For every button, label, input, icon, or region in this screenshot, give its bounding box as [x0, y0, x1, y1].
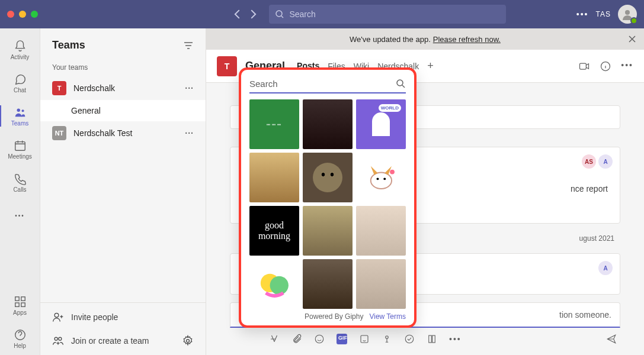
gif-search[interactable] [249, 78, 406, 93]
send-icon[interactable] [606, 334, 617, 344]
channel-avatar: T [217, 56, 237, 76]
more-menu[interactable]: ••• [576, 9, 589, 19]
team-more[interactable]: ··· [185, 83, 194, 93]
user-avatar[interactable] [618, 5, 637, 24]
team-row-nerdschalk[interactable]: T Nerdschalk ··· [40, 76, 206, 100]
gif-tile[interactable] [356, 206, 406, 256]
join-team-icon [52, 335, 64, 347]
gif-tile[interactable] [356, 153, 406, 202]
add-tab[interactable]: + [427, 60, 434, 72]
rail-meetings[interactable]: Meetings [0, 133, 40, 166]
team-avatar: NT [52, 126, 66, 140]
svg-point-27 [270, 276, 288, 294]
gif-button[interactable]: GIF [337, 334, 347, 344]
gif-picker: ┉┉┉ WORLD good morning Powered By Giphy … [239, 67, 416, 328]
format-icon[interactable] [269, 334, 280, 344]
gif-tile[interactable] [303, 99, 353, 149]
gif-tile[interactable] [249, 153, 299, 202]
channel-more[interactable]: ••• [621, 60, 633, 72]
join-create-team[interactable]: Join or create a team [40, 329, 206, 353]
update-banner: We've updated the app. Please refresh no… [206, 28, 644, 50]
svg-point-0 [276, 11, 282, 17]
gif-tile[interactable] [356, 259, 406, 309]
rail-more[interactable]: ••• [0, 199, 40, 232]
team-name: Nerdschalk Test [73, 128, 178, 138]
team-row-nerdschalk-test[interactable]: NT Nerdschalk Test ··· [40, 121, 206, 145]
svg-point-3 [21, 109, 24, 112]
emoji-icon[interactable] [314, 334, 325, 344]
gif-footer: Powered By Giphy View Terms [249, 312, 406, 321]
meet-icon[interactable] [578, 60, 590, 72]
gif-tile[interactable] [303, 206, 353, 256]
approvals-icon[interactable] [404, 334, 415, 344]
rail-help[interactable]: Help [0, 322, 40, 355]
view-terms-link[interactable]: View Terms [369, 312, 406, 321]
svg-point-25 [383, 178, 386, 180]
compose-more[interactable]: ••• [449, 334, 462, 344]
svg-rect-21 [432, 335, 435, 343]
invite-icon [52, 311, 64, 323]
message-text: nce report [571, 184, 608, 193]
powered-by: Powered By Giphy [305, 312, 363, 321]
search-icon [275, 9, 284, 19]
channel-general[interactable]: General [40, 100, 206, 121]
stream-icon[interactable] [427, 334, 437, 344]
compose-toolbar: GIF ••• [230, 328, 620, 344]
svg-point-12 [59, 337, 62, 340]
minimize-window[interactable] [19, 11, 26, 18]
svg-point-23 [370, 172, 391, 188]
rail-activity[interactable]: Activity [0, 33, 40, 66]
forward-button[interactable] [246, 8, 259, 21]
invite-people[interactable]: Invite people [40, 305, 206, 329]
presence-indicator [630, 17, 637, 24]
gif-tile[interactable] [303, 259, 353, 309]
back-button[interactable] [231, 8, 244, 21]
reaction-avatar: A [598, 261, 613, 275]
refresh-link[interactable]: Please refresh now. [433, 35, 501, 44]
rail-teams[interactable]: Teams [0, 99, 40, 133]
gif-tile[interactable]: WORLD [356, 99, 406, 149]
svg-point-19 [405, 335, 414, 343]
history-nav [231, 8, 259, 21]
team-avatar: T [52, 81, 66, 95]
search-input[interactable] [289, 9, 500, 19]
svg-rect-8 [21, 302, 24, 306]
svg-point-1 [625, 10, 630, 15]
close-icon[interactable] [627, 34, 637, 44]
rail-apps[interactable]: Apps [0, 289, 40, 322]
gear-icon[interactable] [182, 335, 194, 347]
rail-calls[interactable]: Calls [0, 166, 40, 199]
sidebar-title: Teams [52, 39, 85, 51]
team-more[interactable]: ··· [185, 128, 194, 138]
svg-rect-7 [15, 302, 18, 306]
gif-tile[interactable]: ┉┉┉ [249, 99, 299, 149]
svg-point-13 [187, 340, 190, 343]
svg-rect-20 [429, 335, 432, 343]
gif-search-input[interactable] [249, 79, 395, 89]
titlebar: ••• TAS [0, 0, 644, 28]
filter-icon[interactable] [183, 40, 194, 51]
window-controls [7, 11, 38, 18]
svg-rect-14 [580, 63, 587, 69]
info-icon[interactable] [600, 60, 611, 72]
gif-tile[interactable] [303, 153, 353, 202]
gif-tile[interactable]: good morning [249, 206, 299, 256]
attach-icon[interactable] [291, 334, 302, 344]
sticker-icon[interactable] [359, 334, 370, 344]
svg-point-22 [397, 80, 403, 86]
svg-rect-5 [15, 296, 18, 300]
section-label: Your teams [40, 59, 206, 76]
bell-icon [14, 40, 27, 53]
rail-chat[interactable]: Chat [0, 66, 40, 99]
maximize-window[interactable] [31, 11, 38, 18]
gif-tile[interactable] [249, 259, 299, 309]
global-search[interactable] [269, 5, 506, 24]
praise-icon[interactable] [382, 334, 392, 344]
chat-icon [14, 73, 27, 86]
svg-point-2 [17, 108, 20, 112]
sidebar: Teams Your teams T Nerdschalk ··· Genera… [40, 28, 206, 355]
search-icon [395, 78, 406, 89]
phone-icon [14, 172, 27, 185]
ellipsis-icon: ••• [15, 212, 25, 219]
close-window[interactable] [7, 11, 14, 18]
